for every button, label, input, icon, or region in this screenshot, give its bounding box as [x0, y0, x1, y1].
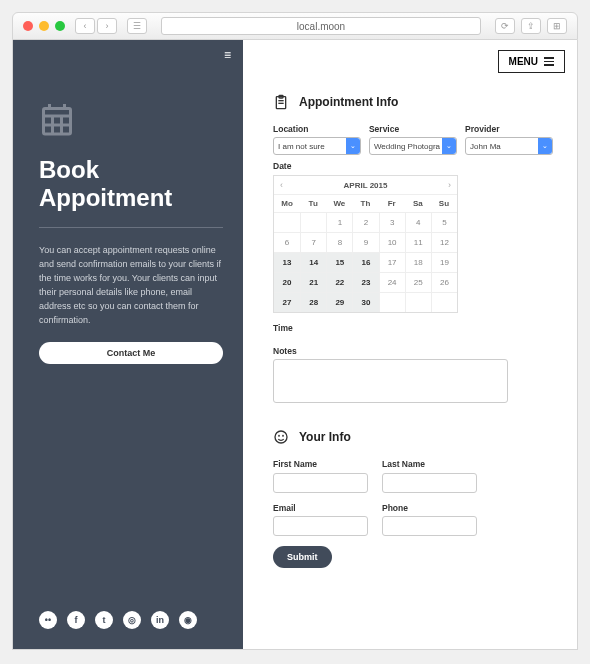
- yourinfo-section-header: Your Info: [273, 429, 553, 445]
- calendar-day: [274, 212, 300, 232]
- calendar-widget: ‹ April 2015 › MoTuWeThFrSaSu12345678910…: [273, 175, 458, 313]
- sidebar-menu-icon[interactable]: ≡: [224, 48, 231, 62]
- calendar-dow: Su: [431, 194, 457, 212]
- service-select[interactable]: Wedding Photogra⌄: [369, 137, 457, 155]
- calendar-prev-button[interactable]: ‹: [280, 180, 283, 190]
- phone-label: Phone: [382, 503, 477, 513]
- last-name-input[interactable]: [382, 473, 477, 493]
- window-controls: [23, 21, 65, 31]
- calendar-day: [300, 212, 326, 232]
- share-button[interactable]: ⇪: [521, 18, 541, 34]
- calendar-day[interactable]: 13: [274, 252, 300, 272]
- calendar-day[interactable]: 28: [300, 292, 326, 312]
- svg-point-11: [275, 431, 287, 443]
- facebook-icon[interactable]: f: [67, 611, 85, 629]
- minimize-window-icon[interactable]: [39, 21, 49, 31]
- social-links: •• f t ◎ in ◉: [39, 611, 223, 637]
- calendar-day[interactable]: 10: [379, 232, 405, 252]
- back-button[interactable]: ‹: [75, 18, 95, 34]
- maximize-window-icon[interactable]: [55, 21, 65, 31]
- calendar-day[interactable]: 12: [431, 232, 457, 252]
- divider: [39, 227, 223, 228]
- smile-icon: [273, 429, 289, 445]
- chevron-down-icon: ⌄: [442, 138, 456, 154]
- calendar-day[interactable]: 6: [274, 232, 300, 252]
- first-name-label: First Name: [273, 459, 368, 469]
- calendar-day[interactable]: 7: [300, 232, 326, 252]
- calendar-day[interactable]: 4: [405, 212, 431, 232]
- dribbble-icon[interactable]: ◉: [179, 611, 197, 629]
- calendar-dow: Tu: [300, 194, 326, 212]
- first-name-input[interactable]: [273, 473, 368, 493]
- chevron-down-icon: ⌄: [538, 138, 552, 154]
- hamburger-icon: [544, 57, 554, 66]
- calendar-day[interactable]: 26: [431, 272, 457, 292]
- main-content: MENU Appointment Info Location I am not …: [243, 40, 577, 649]
- svg-point-12: [279, 435, 280, 436]
- calendar-day[interactable]: 25: [405, 272, 431, 292]
- tabs-button[interactable]: ⊞: [547, 18, 567, 34]
- yourinfo-heading: Your Info: [299, 430, 351, 444]
- sidebar-toggle-button[interactable]: ☰: [127, 18, 147, 34]
- calendar-day[interactable]: 3: [379, 212, 405, 232]
- calendar-day: [379, 292, 405, 312]
- appointment-section-header: Appointment Info: [273, 94, 553, 110]
- calendar-month-label: April 2015: [344, 181, 388, 190]
- chevron-down-icon: ⌄: [346, 138, 360, 154]
- calendar-day[interactable]: 1: [326, 212, 352, 232]
- calendar-day[interactable]: 27: [274, 292, 300, 312]
- calendar-day[interactable]: 23: [352, 272, 378, 292]
- phone-input[interactable]: [382, 516, 477, 536]
- calendar-day: [405, 292, 431, 312]
- calendar-day[interactable]: 15: [326, 252, 352, 272]
- page-description: You can accept appointment requests onli…: [39, 244, 223, 328]
- instagram-icon[interactable]: ◎: [123, 611, 141, 629]
- calendar-day[interactable]: 2: [352, 212, 378, 232]
- email-input[interactable]: [273, 516, 368, 536]
- calendar-day[interactable]: 22: [326, 272, 352, 292]
- calendar-day[interactable]: 19: [431, 252, 457, 272]
- calendar-dow: We: [326, 194, 352, 212]
- address-bar[interactable]: local.moon: [161, 17, 481, 35]
- linkedin-icon[interactable]: in: [151, 611, 169, 629]
- reload-button[interactable]: ⟳: [495, 18, 515, 34]
- calendar-day[interactable]: 5: [431, 212, 457, 232]
- calendar-day[interactable]: 8: [326, 232, 352, 252]
- close-window-icon[interactable]: [23, 21, 33, 31]
- calendar-day[interactable]: 21: [300, 272, 326, 292]
- calendar-day[interactable]: 20: [274, 272, 300, 292]
- calendar-day[interactable]: 16: [352, 252, 378, 272]
- calendar-day[interactable]: 18: [405, 252, 431, 272]
- contact-button[interactable]: Contact Me: [39, 342, 223, 364]
- calendar-icon: [39, 100, 75, 138]
- app-window: EDIT ≡ Book Appoitment You can accept ap…: [12, 40, 578, 650]
- calendar-day[interactable]: 11: [405, 232, 431, 252]
- calendar-dow: Fr: [379, 194, 405, 212]
- page-title: Book Appoitment: [39, 156, 223, 211]
- submit-button[interactable]: Submit: [273, 546, 332, 568]
- twitter-icon[interactable]: t: [95, 611, 113, 629]
- time-label: Time: [273, 323, 553, 333]
- notes-textarea[interactable]: [273, 359, 508, 403]
- calendar-day[interactable]: 14: [300, 252, 326, 272]
- provider-select[interactable]: John Ma⌄: [465, 137, 553, 155]
- calendar-day[interactable]: 9: [352, 232, 378, 252]
- calendar-day[interactable]: 30: [352, 292, 378, 312]
- sidebar: ≡ Book Appoitment You can accept appoint…: [13, 40, 243, 649]
- forward-button[interactable]: ›: [97, 18, 117, 34]
- service-label: Service: [369, 124, 457, 134]
- browser-toolbar: ‹ › ☰ local.moon ⟳ ⇪ ⊞: [12, 12, 578, 40]
- calendar-day[interactable]: 29: [326, 292, 352, 312]
- calendar-next-button[interactable]: ›: [448, 180, 451, 190]
- svg-rect-0: [44, 109, 71, 135]
- svg-point-13: [283, 435, 284, 436]
- location-label: Location: [273, 124, 361, 134]
- location-select[interactable]: I am not sure⌄: [273, 137, 361, 155]
- calendar-day[interactable]: 17: [379, 252, 405, 272]
- date-label: Date: [273, 161, 553, 171]
- calendar-day[interactable]: 24: [379, 272, 405, 292]
- flickr-icon[interactable]: ••: [39, 611, 57, 629]
- appointment-heading: Appointment Info: [299, 95, 398, 109]
- calendar-day: [431, 292, 457, 312]
- menu-button[interactable]: MENU: [498, 50, 565, 73]
